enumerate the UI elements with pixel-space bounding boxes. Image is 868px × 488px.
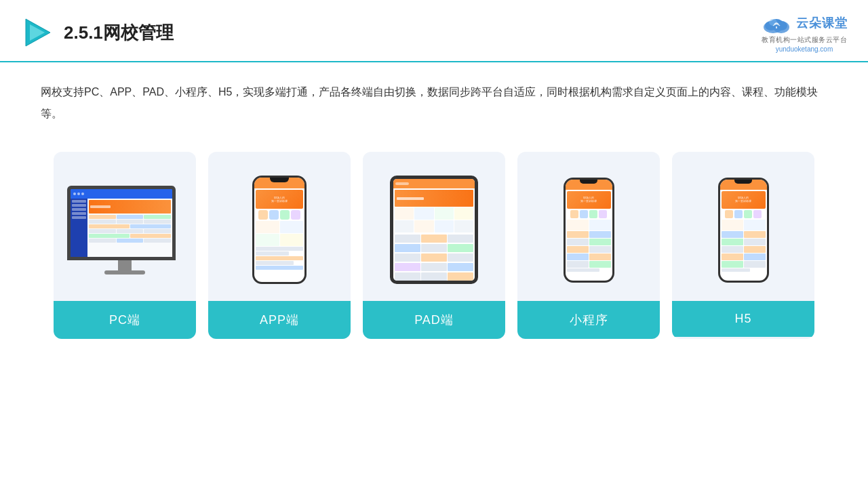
monitor-screen — [67, 186, 176, 260]
description-text: 网校支持PC、APP、PAD、小程序、H5，实现多端打通，产品各终端自由切换，数… — [0, 62, 868, 131]
card-pad-image — [363, 152, 505, 301]
card-pc-label: PC端 — [54, 301, 196, 339]
card-mini-image: 职场人的第一堂训练课 — [517, 152, 660, 301]
logo-url: yunduoketang.com — [776, 45, 833, 53]
logo-tagline: 教育机构一站式服务云平台 — [762, 35, 847, 45]
header-left: 2.5.1网校管理 — [20, 16, 174, 49]
card-pad-label: PAD端 — [363, 301, 505, 339]
card-mini-label: 小程序 — [517, 301, 660, 339]
page-title: 2.5.1网校管理 — [64, 21, 174, 45]
card-h5-image: 职场人的第一堂训练课 — [672, 152, 814, 301]
card-h5: 职场人的第一堂训练课 — [672, 152, 814, 339]
card-app-image: 职场人的第一堂训练课 — [208, 152, 351, 301]
h5-phone: 职场人的第一堂训练课 — [718, 178, 769, 283]
cards-container: PC端 职场人的第一堂训练课 — [0, 131, 868, 359]
logo-text: 云朵课堂 — [796, 15, 848, 31]
card-pc: PC端 — [54, 152, 196, 339]
logo-right: 云朵课堂 教育机构一站式服务云平台 yunduoketang.com — [761, 12, 848, 53]
card-mini: 职场人的第一堂训练课 — [517, 152, 660, 339]
card-pad: PAD端 — [363, 152, 505, 339]
card-app-label: APP端 — [208, 301, 351, 339]
description-content: 网校支持PC、APP、PAD、小程序、H5，实现多端打通，产品各终端自由切换，数… — [41, 86, 818, 119]
card-pc-image — [54, 152, 196, 301]
app-phone: 职场人的第一堂训练课 — [252, 176, 307, 284]
pad-tablet — [390, 176, 478, 284]
pc-monitor — [67, 186, 182, 274]
mini-phone: 职场人的第一堂训练课 — [564, 178, 614, 283]
cloud-logo-icon — [761, 12, 792, 34]
header: 2.5.1网校管理 云朵课堂 教育机构一站式服务云平台 yunduoketang… — [0, 0, 868, 62]
svg-point-8 — [769, 19, 777, 26]
card-app: 职场人的第一堂训练课 — [208, 152, 351, 339]
logo-arrow-icon — [20, 16, 53, 49]
card-h5-label: H5 — [672, 301, 814, 337]
logo-cloud: 云朵课堂 — [761, 12, 848, 34]
